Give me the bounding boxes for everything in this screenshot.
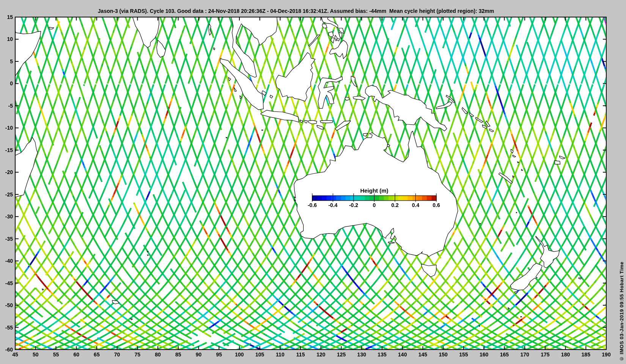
x-tick-label: 140	[394, 351, 411, 358]
x-tick-label: 175	[537, 351, 554, 358]
y-tick-label: -10	[0, 125, 13, 131]
x-tick-label: 100	[231, 351, 248, 358]
x-tick-label: 80	[149, 351, 166, 358]
y-tick-label: -25	[0, 191, 13, 198]
y-tick-label: -50	[0, 302, 13, 308]
page-title: Jason-3 (via RADS). Cycle 103. Good data…	[98, 8, 494, 14]
x-tick-label: 50	[27, 351, 44, 358]
x-tick-label: 160	[476, 351, 492, 358]
y-tick-label: 5	[0, 58, 13, 64]
colorbar-tick-label: 0.4	[412, 202, 419, 208]
colorbar-tick-label: -0.6	[308, 202, 317, 208]
x-tick-label: 75	[129, 351, 146, 358]
x-tick-label: 165	[496, 351, 513, 358]
y-tick-label: -55	[0, 325, 13, 331]
x-tick-label: 105	[252, 351, 268, 358]
y-tick-label: -40	[0, 258, 13, 264]
x-tick-label: 180	[557, 351, 574, 358]
y-tick-label: -20	[0, 169, 13, 175]
x-tick-label: 55	[47, 351, 64, 358]
colorbar-tick-label: -0.2	[349, 202, 358, 208]
colorbar-title: Height (m)	[360, 187, 388, 194]
x-tick-label: 130	[353, 351, 370, 358]
x-tick-label: 145	[414, 351, 431, 358]
altimetry-track-map-figure: Jason-3 (via RADS). Cycle 103. Good data…	[0, 0, 626, 364]
colorbar-tick-label: -0.4	[328, 202, 337, 208]
x-tick-label: 95	[211, 351, 227, 358]
track-map-canvas	[0, 0, 626, 364]
y-tick-label: -35	[0, 236, 13, 242]
y-tick-label: -5	[0, 103, 13, 109]
colorbar-tick-label: 0.2	[391, 202, 398, 208]
y-tick-label: 15	[0, 14, 13, 20]
x-tick-label: 85	[170, 351, 187, 358]
y-tick-label: -30	[0, 213, 13, 220]
x-tick-label: 125	[333, 351, 350, 358]
x-tick-label: 115	[292, 351, 309, 358]
x-tick-label: 90	[190, 351, 207, 358]
x-tick-label: 65	[88, 351, 105, 358]
y-tick-label: -45	[0, 280, 13, 286]
x-tick-label: 185	[577, 351, 594, 358]
x-tick-label: 155	[455, 351, 472, 358]
x-tick-label: 150	[435, 351, 451, 358]
x-tick-label: 190	[598, 351, 615, 358]
colorbar-tick-label: 0.6	[433, 202, 440, 208]
x-tick-label: 135	[374, 351, 390, 358]
y-tick-label: -60	[0, 347, 13, 353]
x-tick-label: 70	[109, 351, 126, 358]
x-tick-label: 170	[516, 351, 533, 358]
y-tick-label: 0	[0, 80, 13, 86]
y-tick-label: -15	[0, 147, 13, 153]
x-tick-label: 120	[313, 351, 329, 358]
imos-watermark: © IMOS 03-Jan-2019 09:55 Hobart Time	[619, 262, 624, 362]
x-tick-label: 110	[272, 351, 288, 358]
y-tick-label: 10	[0, 36, 13, 42]
x-tick-label: 60	[68, 351, 85, 358]
colorbar-tick-label: 0	[373, 202, 376, 208]
